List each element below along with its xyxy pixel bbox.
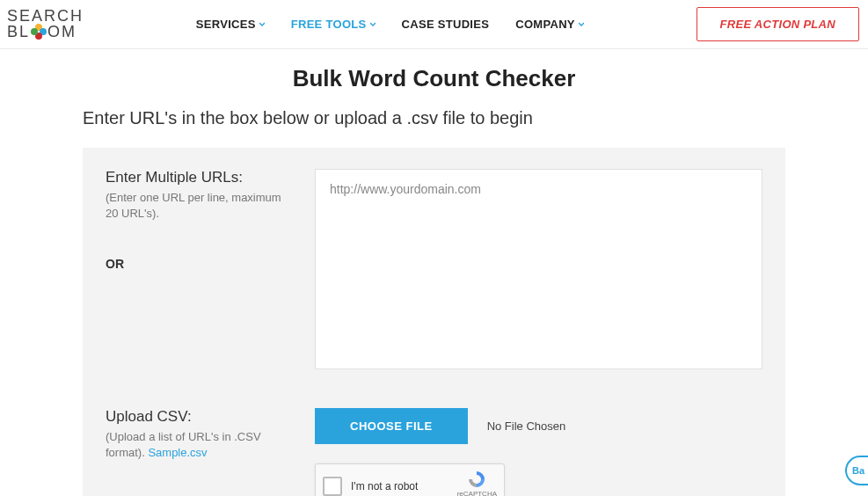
- urls-hint: (Enter one URL per line, maximum 20 URL'…: [106, 190, 281, 222]
- upload-label: Upload CSV:: [106, 408, 281, 426]
- urls-input-wrap: [315, 169, 762, 373]
- recaptcha-text: I'm not a robot: [351, 480, 449, 492]
- header: SEARCH BL OM SERVICES FREE TOOLS CASE ST…: [0, 0, 868, 49]
- upload-controls: CHOOSE FILE No File Chosen: [315, 408, 762, 444]
- logo-line1: SEARCH: [7, 9, 84, 24]
- upload-label-group: Upload CSV: (Upload a list of URL's in .…: [106, 408, 281, 461]
- or-label: OR: [106, 257, 281, 271]
- form-card: Enter Multiple URLs: (Enter one URL per …: [83, 148, 785, 496]
- chevron-down-icon: [370, 22, 376, 27]
- nav-item-services[interactable]: SERVICES: [196, 18, 265, 31]
- recaptcha-brand: reCAPTCHA: [457, 491, 497, 496]
- logo-part-right: OM: [47, 25, 77, 40]
- flower-icon: [31, 24, 47, 40]
- chevron-down-icon: [579, 22, 584, 27]
- nav-item-case-studies[interactable]: CASE STUDIES: [402, 18, 490, 31]
- recaptcha-checkbox[interactable]: [323, 477, 342, 496]
- help-bubble[interactable]: Ba: [845, 456, 868, 485]
- sample-csv-link[interactable]: Sample.csv: [148, 446, 207, 459]
- choose-file-button[interactable]: CHOOSE FILE: [315, 408, 468, 444]
- main-nav: SERVICES FREE TOOLS CASE STUDIES COMPANY: [84, 18, 697, 31]
- urls-row: Enter Multiple URLs: (Enter one URL per …: [106, 169, 762, 373]
- page-body: Bulk Word Count Checker Enter URL's in t…: [0, 49, 868, 496]
- upload-row: Upload CSV: (Upload a list of URL's in .…: [106, 408, 762, 496]
- page-subtitle: Enter URL's in the box below or upload a…: [83, 108, 785, 128]
- nav-label: FREE TOOLS: [291, 18, 367, 31]
- urls-textarea[interactable]: [315, 169, 762, 369]
- urls-label: Enter Multiple URLs:: [106, 169, 281, 186]
- logo[interactable]: SEARCH BL OM: [7, 9, 84, 40]
- logo-part-left: BL: [7, 25, 30, 40]
- nav-label: COMPANY: [515, 18, 575, 31]
- upload-controls-wrap: CHOOSE FILE No File Chosen I'm not a rob…: [315, 408, 762, 496]
- nav-label: SERVICES: [196, 18, 256, 31]
- urls-label-group: Enter Multiple URLs: (Enter one URL per …: [106, 169, 281, 271]
- nav-item-company[interactable]: COMPANY: [515, 18, 584, 31]
- page-title: Bulk Word Count Checker: [83, 65, 785, 92]
- recaptcha-badge: reCAPTCHA Privacy - Terms: [457, 470, 497, 496]
- nav-item-free-tools[interactable]: FREE TOOLS: [291, 18, 376, 31]
- free-action-plan-button[interactable]: FREE ACTION PLAN: [697, 7, 859, 41]
- logo-line2: BL OM: [7, 24, 84, 40]
- chevron-down-icon: [259, 22, 265, 27]
- nav-label: CASE STUDIES: [402, 18, 490, 31]
- recaptcha-icon: [465, 470, 488, 489]
- recaptcha-widget[interactable]: I'm not a robot reCAPTCHA Privacy - Term…: [315, 463, 505, 496]
- file-status: No File Chosen: [487, 419, 566, 433]
- upload-hint: (Upload a list of URL's in .CSV format).…: [106, 429, 281, 461]
